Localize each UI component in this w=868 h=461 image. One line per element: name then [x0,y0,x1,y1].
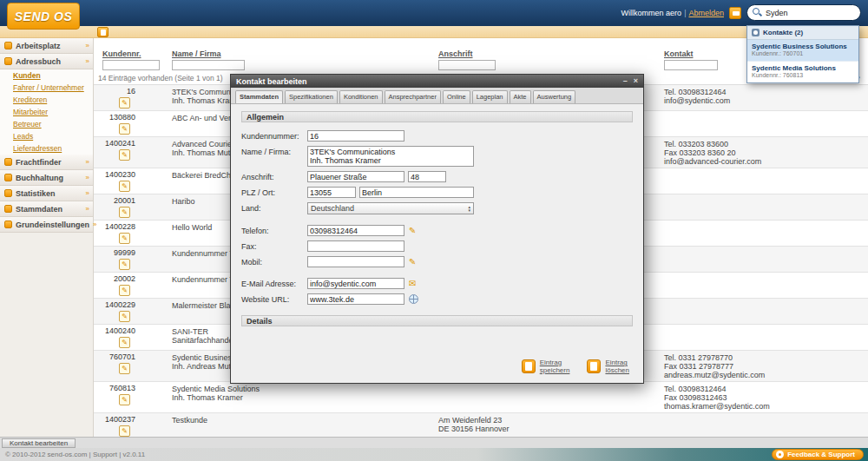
save-button[interactable]: Eintrag speichern [522,359,570,374]
ort-field[interactable] [359,187,474,198]
edit-icon[interactable]: ✎ [119,394,130,405]
feedback-button[interactable]: Feedback & Support [772,449,864,460]
fax-field[interactable] [307,240,404,252]
sidebar-item-label: Mitarbeiter [13,108,48,116]
edit-icon[interactable]: ✎ [119,97,130,109]
minimize-icon[interactable]: – [623,77,628,85]
search-box[interactable] [746,4,861,21]
customer-contact: Tel. 033203 83600 Fax 033203 8360 20 inf… [664,139,868,166]
sidebar-item[interactable]: Statistiken » [0,186,93,201]
sidebar-item-label: Fahrer / Unternehmer [13,83,84,92]
cart-icon[interactable] [729,7,741,19]
modal-tab[interactable]: Konditionen [339,90,383,103]
customer-contact [664,248,868,270]
kundennummer-field[interactable] [307,130,404,142]
sidebar-item[interactable]: Betreuer » [0,118,93,130]
modal-title-bar[interactable]: Kontakt bearbeiten – × [231,75,643,88]
delete-button-label: Eintrag löschen [605,359,629,374]
sidebar-item[interactable]: Mitarbeiter » [0,106,93,118]
website-field[interactable] [307,293,404,305]
sidebar-item-icon [4,205,12,213]
customer-contact: Tel. 03098312464 Fax 03098312463 thomas.… [664,384,868,411]
anschrift-hausnummer-field[interactable] [408,171,446,182]
modal-tab[interactable]: Lageplan [472,90,508,103]
modal-tab[interactable]: Auswertung [533,90,576,103]
anschrift-strasse-field[interactable] [307,171,404,182]
sidebar-item[interactable]: Arbeitsplatz » [0,38,93,54]
column-kontakt[interactable]: Kontakt [664,49,694,58]
customer-name: Testkunde [139,415,438,437]
edit-icon[interactable]: ✎ [119,207,130,218]
search-result-item[interactable]: Sydentic Media Solutions Kundennr.: 7608… [747,61,858,82]
mobil-edit-icon[interactable]: ✎ [409,256,416,267]
sidebar-item[interactable]: Stammdaten » [0,201,93,217]
sidebar-item[interactable]: Fahrer / Unternehmer » [0,82,93,94]
modal-tab[interactable]: Online [443,90,470,103]
modal-tab[interactable]: Akte [510,90,531,103]
taskbar-item[interactable]: Kontakt bearbeiten [2,438,76,448]
sidebar: Arbeitsplatz » Adressbuch » Kunden » Fah… [0,38,94,437]
customer-contact [664,196,868,218]
sidebar-item[interactable]: Adressbuch » [0,54,93,69]
modal-tab[interactable]: Spezifikationen [285,90,338,103]
sidebar-item[interactable]: Kunden » [0,69,93,82]
column-kundennr[interactable]: Kundennr. [102,49,141,58]
edit-icon[interactable]: ✎ [119,363,130,374]
mobil-field[interactable] [307,256,404,267]
edit-icon[interactable]: ✎ [119,181,130,192]
delete-button[interactable]: Eintrag löschen [587,359,629,374]
filter-kontakt-input[interactable] [664,60,718,70]
customer-number: 1400241 [105,139,135,148]
phone-edit-icon[interactable]: ✎ [409,225,416,236]
telefon-field[interactable] [307,225,404,236]
table-row[interactable]: 1400237 ✎ Testkunde Am Weidenfeld 23 DE … [94,413,868,437]
filter-kundennr-input[interactable] [102,60,160,70]
email-field[interactable] [307,278,404,289]
sidebar-item-label: Buchhaltung [16,174,63,182]
name-firma-field[interactable]: 3TEK's Communications Inh. Thomas Kramer [307,146,474,167]
land-select[interactable]: Deutschland ▴▾ [307,202,474,214]
close-icon[interactable]: × [634,77,638,85]
edit-icon[interactable]: ✎ [119,259,130,270]
customer-number-cell: 760813 ✎ [94,384,139,411]
customer-number: 760701 [109,352,135,361]
chevron-right-icon: » [86,174,89,181]
sidebar-item[interactable]: Kreditoren » [0,94,93,106]
column-anschrift[interactable]: Anschrift [438,49,473,58]
plz-field[interactable] [307,187,356,198]
sidebar-item-label: Adressbuch [16,57,61,66]
edit-icon[interactable]: ✎ [119,233,130,244]
modal-tab[interactable]: Ansprechpartner [385,90,441,103]
customer-contact [664,222,868,244]
chevron-right-icon: » [86,189,89,197]
logout-link[interactable]: Abmelden [688,9,724,17]
sidebar-item[interactable]: Frachtfinder » [0,155,93,170]
table-row[interactable]: 760813 ✎ Sydentic Media Solutions Inh. T… [94,382,868,413]
modal-tab[interactable]: Stammdaten [235,90,283,103]
sidebar-item-label: Kunden [13,71,41,80]
customer-number: 1400230 [105,170,135,179]
search-input[interactable] [766,9,855,17]
filter-anschrift-input[interactable] [438,60,496,70]
column-name-firma[interactable]: Name / Firma [172,49,221,58]
chevron-right-icon: » [86,42,89,49]
mail-icon[interactable]: ✉ [409,278,416,289]
contacts-icon [752,29,760,36]
sidebar-item-icon [4,42,12,49]
edit-icon[interactable]: ✎ [119,425,130,437]
customer-number-cell: 760701 ✎ [94,352,139,379]
sidebar-item[interactable]: Grundeinstellungen » [0,217,93,233]
customer-number: 20002 [114,274,135,283]
filter-name-input[interactable] [172,60,245,70]
sidebar-item[interactable]: Leads » [0,130,93,142]
edit-icon[interactable]: ✎ [119,149,130,161]
edit-icon[interactable]: ✎ [119,337,130,348]
globe-icon[interactable] [409,294,418,304]
search-result-detail: Kundennr.: 760701 [752,50,854,57]
sidebar-item[interactable]: Buchhaltung » [0,170,93,186]
edit-icon[interactable]: ✎ [119,285,130,296]
edit-icon[interactable]: ✎ [119,123,130,135]
search-result-item[interactable]: Sydentic Business Solutions Kundennr.: 7… [747,40,858,61]
sidebar-item[interactable]: Lieferadressen » [0,142,93,155]
edit-icon[interactable]: ✎ [119,311,130,322]
